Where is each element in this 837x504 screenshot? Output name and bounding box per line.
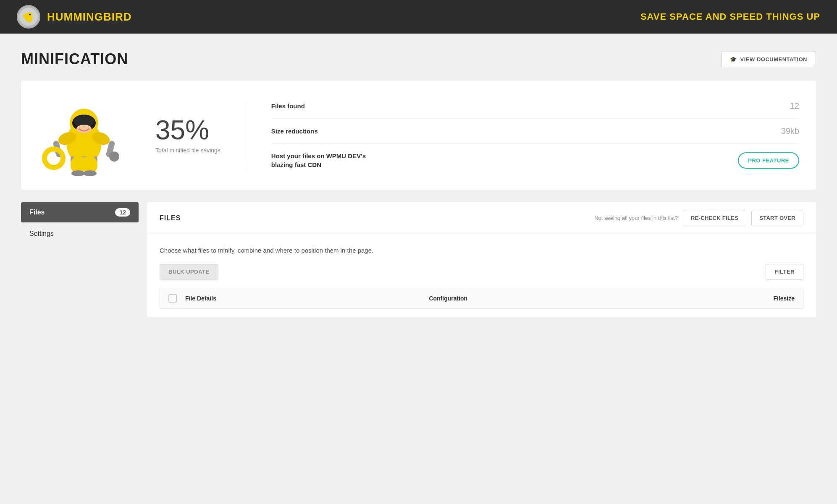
mascot-area bbox=[38, 93, 130, 177]
mascot-illustration bbox=[42, 94, 126, 176]
app-title: HUMMINGBIRD bbox=[47, 10, 132, 24]
filter-button[interactable]: FILTER bbox=[766, 264, 803, 279]
table-col-file-header: File Details bbox=[185, 295, 429, 302]
header-tagline: SAVE SPACE AND SPEED THINGS UP bbox=[640, 11, 820, 22]
files-panel: FILES Not seeing all your files in this … bbox=[147, 202, 816, 317]
table-select-all-checkbox[interactable] bbox=[168, 294, 177, 303]
view-documentation-button[interactable]: 🎓 VIEW DOCUMENTATION bbox=[721, 52, 816, 67]
bulk-filter-row: BULK UPDATE FILTER bbox=[160, 264, 803, 279]
stats-divider bbox=[246, 102, 246, 169]
files-heading: FILES bbox=[160, 214, 181, 222]
page-content: MINIFICATION 🎓 VIEW DOCUMENTATION bbox=[0, 34, 837, 334]
files-panel-body: Choose what files to minify, combine and… bbox=[147, 234, 816, 317]
pro-feature-button[interactable]: PRO FEATURE bbox=[738, 152, 799, 169]
size-reductions-value: 39kb bbox=[781, 126, 799, 136]
page-header: MINIFICATION 🎓 VIEW DOCUMENTATION bbox=[21, 50, 816, 68]
choose-text: Choose what files to minify, combine and… bbox=[160, 247, 803, 254]
files-panel-header: FILES Not seeing all your files in this … bbox=[147, 202, 816, 234]
start-over-button[interactable]: START OVER bbox=[751, 211, 803, 225]
stats-card: 35% Total minified file savings Files fo… bbox=[21, 81, 816, 190]
sidebar-files-badge: 12 bbox=[115, 208, 130, 217]
svg-point-6 bbox=[30, 14, 31, 15]
size-reductions-label: Size reductions bbox=[271, 128, 318, 135]
size-reductions-row: Size reductions 39kb bbox=[271, 119, 799, 144]
table-col-size-header: Filesize bbox=[673, 295, 795, 302]
sidebar-item-files[interactable]: Files 12 bbox=[21, 202, 139, 222]
recheck-files-button[interactable]: RE-CHECK FILES bbox=[683, 211, 746, 225]
stats-list: Files found 12 Size reductions 39kb Host… bbox=[271, 101, 799, 169]
header-left: HUMMINGBIRD bbox=[17, 5, 132, 29]
app-header: HUMMINGBIRD SAVE SPACE AND SPEED THINGS … bbox=[0, 0, 837, 34]
cdn-row: Host your files on WPMU DEV's blazing fa… bbox=[271, 144, 799, 169]
cdn-text: Host your files on WPMU DEV's blazing fa… bbox=[271, 151, 389, 169]
files-found-value: 12 bbox=[790, 101, 799, 111]
sidebar: Files 12 Settings bbox=[21, 202, 147, 317]
files-found-row: Files found 12 bbox=[271, 101, 799, 119]
svg-point-23 bbox=[109, 151, 119, 162]
not-seeing-text: Not seeing all your files in this list? bbox=[594, 215, 678, 221]
table-header-row: File Details Configuration Filesize bbox=[160, 288, 803, 309]
logo bbox=[17, 5, 40, 29]
sidebar-item-settings[interactable]: Settings bbox=[21, 224, 139, 243]
files-header-right: Not seeing all your files in this list? … bbox=[594, 211, 803, 225]
table-col-config-header: Configuration bbox=[429, 295, 672, 302]
bulk-update-button[interactable]: BULK UPDATE bbox=[160, 264, 218, 279]
svg-point-16 bbox=[45, 149, 63, 167]
files-found-label: Files found bbox=[271, 102, 305, 110]
svg-point-22 bbox=[83, 170, 97, 176]
percent-value: 35% bbox=[155, 117, 220, 144]
hummingbird-logo-icon bbox=[18, 5, 39, 29]
sidebar-files-label: Files bbox=[29, 209, 45, 216]
graduation-cap-icon: 🎓 bbox=[730, 56, 737, 63]
percent-label: Total minified file savings bbox=[155, 147, 220, 154]
svg-point-21 bbox=[71, 170, 85, 176]
percent-area: 35% Total minified file savings bbox=[155, 117, 220, 154]
main-layout: Files 12 Settings FILES Not seeing all y… bbox=[21, 202, 816, 317]
sidebar-settings-label: Settings bbox=[29, 230, 54, 237]
page-title: MINIFICATION bbox=[21, 50, 128, 68]
